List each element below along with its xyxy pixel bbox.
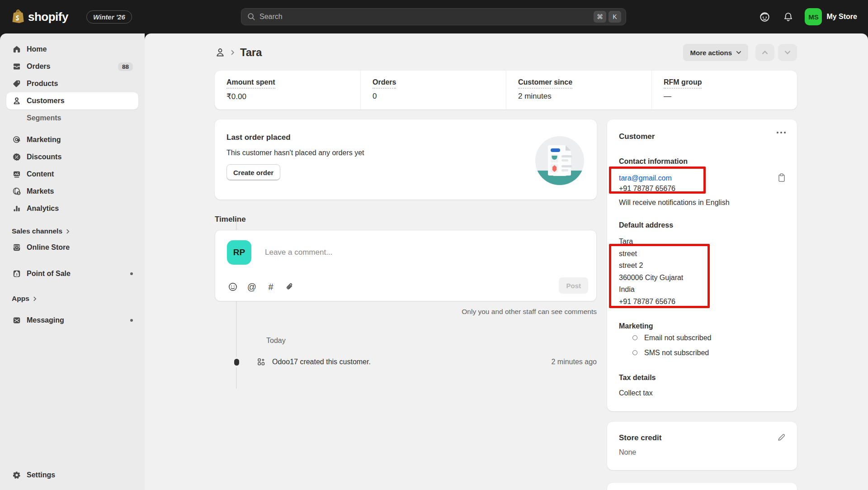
last-order-message: This customer hasn't placed any orders y… <box>226 149 585 157</box>
sidebar-item-products[interactable]: Products <box>6 75 138 92</box>
apps-label: Apps <box>12 295 29 303</box>
more-actions-button[interactable]: More actions <box>683 44 748 61</box>
sidebar: Home Orders 88 Products Customers Segmen… <box>0 33 145 490</box>
svg-text:$: $ <box>18 191 19 195</box>
sales-channels-label: Sales channels <box>12 227 62 235</box>
sidebar-item-label: Point of Sale <box>27 270 71 278</box>
sidebar-item-orders[interactable]: Orders 88 <box>6 58 138 75</box>
customers-icon <box>12 96 21 106</box>
release-badge: Winter '26 <box>86 10 132 24</box>
marketing-heading: Marketing <box>619 322 785 330</box>
card-title: Customer <box>619 132 785 141</box>
tax-setting-value: Collect tax <box>619 389 785 397</box>
store-menu[interactable]: MS My Store <box>805 8 857 25</box>
customer-stats-card: Amount spent ₹0.00 Orders 0 Customer sin… <box>215 71 797 109</box>
sidebar-item-messaging[interactable]: Messaging <box>6 312 138 329</box>
comment-visibility-note: Only you and other staff can see comment… <box>215 308 597 316</box>
stat-label[interactable]: Amount spent <box>226 78 275 89</box>
customer-email-link[interactable]: tara@gmail.com <box>619 173 785 183</box>
search-placeholder: Search <box>259 13 591 21</box>
sidebar-item-marketing[interactable]: Marketing <box>6 131 138 148</box>
stat-label[interactable]: Customer since <box>518 78 572 89</box>
store-credit-card: Store credit None <box>607 422 797 470</box>
comment-card: RP @ # Post <box>215 230 597 301</box>
status-dot <box>130 272 133 275</box>
content-icon <box>12 170 21 179</box>
address-line: 360006 City Gujarat <box>619 272 785 284</box>
chevron-down-icon <box>784 49 791 56</box>
attachment-icon[interactable] <box>284 281 296 293</box>
page-title: Tara <box>240 46 262 59</box>
sidebar-item-label: Segments <box>27 114 61 122</box>
sidebar-item-segments[interactable]: Segments <box>6 109 138 127</box>
sidebar-item-markets[interactable]: $ Markets <box>6 183 138 200</box>
stat-value: 0 <box>373 92 494 101</box>
sidebar-item-discounts[interactable]: Discounts <box>6 148 138 166</box>
sidebar-item-label: Products <box>27 80 58 88</box>
home-icon <box>12 45 21 54</box>
store-name: My Store <box>826 13 857 21</box>
search-input[interactable]: Search ⌘ K <box>241 8 626 25</box>
comment-input[interactable] <box>265 248 585 257</box>
markets-globe-icon: $ <box>12 187 21 196</box>
next-customer-button[interactable] <box>778 44 797 61</box>
sidebar-section-apps[interactable]: Apps <box>6 291 138 306</box>
email-subscription-status: Email not subscribed <box>619 330 785 345</box>
timeline-event-text: Odoo17 created this customer. <box>272 358 371 366</box>
timeline-title: Timeline <box>215 215 597 224</box>
sidebar-item-label: Home <box>27 45 47 53</box>
stat-value: ₹0.00 <box>226 92 349 101</box>
hashtag-icon[interactable]: # <box>265 281 277 293</box>
edit-pencil-icon[interactable] <box>777 433 786 442</box>
sidebar-item-point-of-sale[interactable]: Point of Sale <box>6 265 138 282</box>
chevron-right-icon <box>66 229 71 234</box>
sidebar-item-label: Discounts <box>27 153 61 161</box>
store-credit-value: None <box>619 448 785 457</box>
breadcrumb-customer-icon[interactable] <box>215 47 226 58</box>
customer-created-icon <box>257 357 266 366</box>
sidekick-icon[interactable] <box>758 10 771 24</box>
previous-customer-button[interactable] <box>755 44 774 61</box>
sidebar-item-analytics[interactable]: Analytics <box>6 200 138 217</box>
stat-label[interactable]: Orders <box>373 78 396 89</box>
stat-rfm-group: RFM group — <box>651 71 797 109</box>
tax-details-heading: Tax details <box>619 374 785 382</box>
shopify-logo[interactable]: shopify <box>11 9 68 24</box>
address-name: Tara <box>619 236 785 248</box>
sidebar-item-label: Customers <box>27 97 65 105</box>
copy-icon[interactable] <box>777 173 786 183</box>
notifications-bell-icon[interactable] <box>781 10 795 24</box>
sidebar-item-content[interactable]: Content <box>6 166 138 183</box>
sidebar-item-label: Analytics <box>27 205 59 213</box>
default-address-heading: Default address <box>619 221 785 229</box>
shopify-bag-icon <box>11 9 24 24</box>
sidebar-item-customers[interactable]: Customers <box>6 92 138 109</box>
stat-customer-since: Customer since 2 minutes <box>506 71 651 109</box>
discounts-icon <box>12 152 21 162</box>
topbar: shopify Winter '26 Search ⌘ K <box>0 0 868 33</box>
sidebar-item-home[interactable]: Home <box>6 41 138 58</box>
post-button[interactable]: Post <box>559 277 588 294</box>
timeline-day-label: Today <box>266 337 597 345</box>
sidebar-item-label: Markets <box>27 187 54 195</box>
sidebar-item-settings[interactable]: Settings <box>6 466 138 484</box>
breadcrumb-separator-icon <box>230 50 236 55</box>
emoji-icon[interactable] <box>227 281 239 293</box>
address-line: street <box>619 248 785 260</box>
search-icon <box>247 12 256 21</box>
stat-label[interactable]: RFM group <box>664 78 702 89</box>
sidebar-section-sales-channels[interactable]: Sales channels <box>6 224 138 239</box>
sidebar-item-label: Marketing <box>27 136 61 144</box>
settings-gear-icon <box>12 471 21 480</box>
marketing-icon <box>12 135 21 145</box>
card-menu-icon[interactable] <box>776 131 786 134</box>
online-store-icon <box>12 243 21 252</box>
contact-information-heading: Contact information <box>619 157 785 166</box>
create-order-button[interactable]: Create order <box>226 164 280 181</box>
sms-subscription-status: SMS not subscribed <box>619 345 785 360</box>
mention-icon[interactable]: @ <box>246 281 258 293</box>
address-line: India <box>619 284 785 296</box>
sidebar-item-label: Content <box>27 170 54 178</box>
timeline-event-dot <box>234 359 239 366</box>
sidebar-item-online-store[interactable]: Online Store <box>6 239 138 256</box>
